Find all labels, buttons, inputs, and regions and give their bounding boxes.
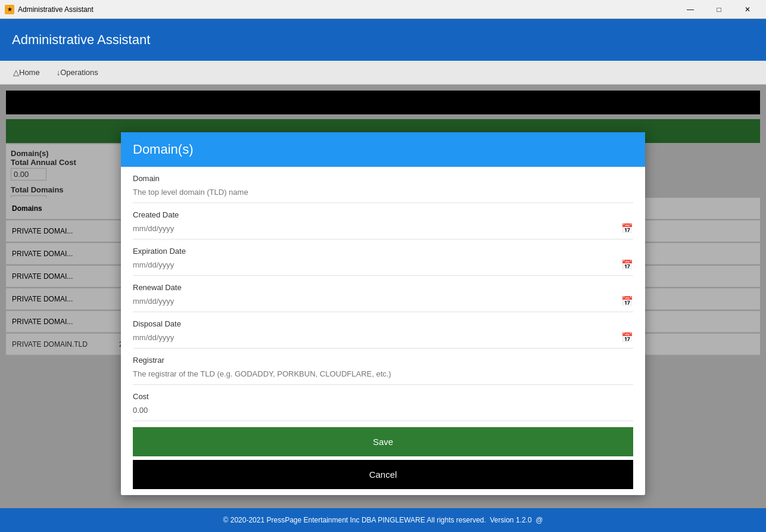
close-button[interactable]: ✕ [734, 1, 761, 18]
minimize-button[interactable]: — [677, 1, 704, 18]
maximize-button[interactable]: □ [705, 1, 733, 18]
nav-bar: △Home ↓Operations [0, 61, 766, 85]
footer: © 2020-2021 PressPage Entertainment Inc … [0, 508, 766, 532]
footer-version: Version 1.2.0 [490, 516, 532, 524]
disposal-date-label: Disposal Date [133, 319, 633, 328]
title-bar: ★ Administrative Assistant — □ ✕ [0, 0, 766, 19]
expiration-date-input-row: 📅 [133, 258, 633, 272]
modal-overlay: Domain(s) Domain Created Date 📅 [0, 85, 766, 508]
modal-title: Domain(s) [133, 142, 193, 157]
renewal-date-input[interactable] [133, 294, 621, 308]
calendar-icon-expiration[interactable]: 📅 [621, 259, 633, 270]
domain-field-group: Domain [133, 167, 633, 203]
main-content: Domain(s) Total Annual Cost 0.00 Total D… [0, 85, 766, 508]
created-date-group: Created Date 📅 [133, 203, 633, 239]
created-date-label: Created Date [133, 210, 633, 219]
renewal-date-input-row: 📅 [133, 294, 633, 308]
modal-header: Domain(s) [121, 132, 645, 167]
disposal-date-input-row: 📅 [133, 331, 633, 344]
title-bar-left: ★ Administrative Assistant [5, 5, 94, 14]
app-header: Administrative Assistant [0, 19, 766, 61]
domain-input[interactable] [133, 185, 633, 199]
cost-input[interactable] [133, 403, 633, 417]
domain-label: Domain [133, 174, 633, 183]
modal-body: Domain Created Date 📅 Expiration Date [121, 167, 645, 495]
calendar-icon-created[interactable]: 📅 [621, 223, 633, 234]
modal-footer: Save Cancel [133, 421, 633, 495]
expiration-date-input[interactable] [133, 258, 621, 272]
footer-text: © 2020-2021 PressPage Entertainment Inc … [223, 516, 486, 524]
save-button[interactable]: Save [133, 427, 633, 456]
disposal-date-input[interactable] [133, 331, 621, 344]
footer-symbol: @ [535, 516, 543, 524]
registrar-field-group: Registrar [133, 349, 633, 385]
cost-label: Cost [133, 392, 633, 401]
renewal-date-label: Renewal Date [133, 283, 633, 292]
calendar-icon-renewal[interactable]: 📅 [621, 295, 633, 307]
modal-dialog: Domain(s) Domain Created Date 📅 [121, 132, 645, 495]
app-icon: ★ [5, 5, 14, 14]
expiration-date-group: Expiration Date 📅 [133, 239, 633, 276]
cost-field-group: Cost [133, 385, 633, 421]
cancel-button[interactable]: Cancel [133, 460, 633, 489]
renewal-date-group: Renewal Date 📅 [133, 276, 633, 312]
disposal-date-group: Disposal Date 📅 [133, 312, 633, 349]
app-title: Administrative Assistant [12, 32, 150, 48]
created-date-input[interactable] [133, 222, 621, 235]
window-controls: — □ ✕ [677, 1, 761, 18]
calendar-icon-disposal[interactable]: 📅 [621, 332, 633, 343]
expiration-date-label: Expiration Date [133, 247, 633, 256]
created-date-input-row: 📅 [133, 222, 633, 235]
nav-operations[interactable]: ↓Operations [49, 66, 105, 79]
registrar-label: Registrar [133, 356, 633, 365]
registrar-input[interactable] [133, 367, 633, 381]
title-bar-text: Administrative Assistant [18, 5, 94, 14]
nav-home[interactable]: △Home [6, 66, 47, 79]
